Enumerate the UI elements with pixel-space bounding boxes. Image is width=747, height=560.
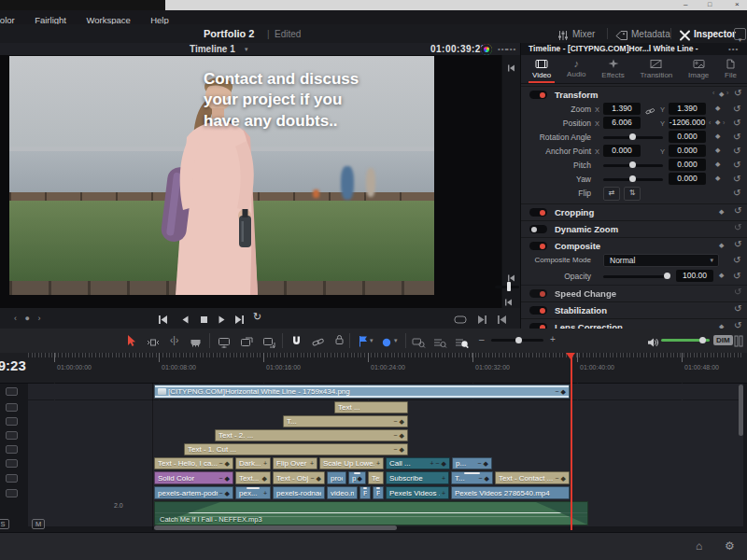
kf-icon: ◆ (561, 475, 566, 482)
kf-icon: ◆ (225, 490, 230, 497)
timeline-clip[interactable]: [CITYPNG.COM]Horizontal White Line - 175… (154, 385, 570, 399)
track-header-toggle[interactable] (6, 403, 18, 412)
track-header-toggle[interactable] (6, 459, 18, 468)
horizontal-scrollbar[interactable] (154, 525, 397, 530)
clip-label: video.mp4 (331, 489, 354, 497)
track-header-toggle[interactable] (6, 474, 18, 483)
timeline-clip[interactable]: Text...◆ (235, 471, 271, 484)
ruler-minor-ticks (28, 353, 743, 357)
playhead-handle[interactable] (566, 353, 575, 359)
clip-label: Text - Contact ... (499, 474, 554, 483)
settings-gear-icon[interactable]: ⚙ (725, 539, 735, 553)
mute-button[interactable]: M (32, 519, 45, 529)
timeline-clip[interactable]: Pexels Videos 2786540.mp4 (451, 486, 570, 499)
move-icon: + (430, 460, 433, 467)
timeline-clip[interactable]: prod...◆ (348, 471, 366, 484)
curve-icon: ~ (394, 432, 398, 439)
timeline-clip[interactable]: video.mp4 (327, 486, 358, 499)
track-header-toggle[interactable] (6, 489, 18, 497)
kf-icon: ◆ (400, 446, 404, 453)
move-icon: + (310, 460, 314, 467)
ruler-major-tick (472, 353, 473, 362)
timeline-clip[interactable]: Dark...+ (235, 457, 271, 469)
ruler-major-tick (159, 353, 160, 362)
ruler-label: 01:00:00:00 (57, 364, 92, 371)
timeline-clip[interactable]: Text - 2. ...~◆ (215, 429, 408, 441)
curve-icon: ~ (219, 460, 223, 467)
kf-icon: ◆ (400, 432, 404, 439)
clip-mark (464, 472, 480, 474)
audio-channel-label: 2.0 (114, 502, 123, 509)
curve-icon: ~ (556, 475, 559, 482)
clip-label: Text - Obj... (276, 474, 309, 483)
ruler-label: 01:00:32:00 (475, 364, 510, 371)
timeline-clip[interactable]: Text - 1. Cut ...~◆ (184, 443, 408, 455)
kf-icon: ◆ (317, 475, 321, 482)
timeline-clip[interactable]: prod... (327, 471, 346, 484)
clip-mark (247, 487, 260, 489)
timeline-timecode: 01:00:39:23 (0, 357, 37, 374)
move-icon: + (442, 490, 445, 497)
timeline-clip[interactable]: Text - Contact ...~◆ (495, 471, 570, 484)
timeline-clip[interactable]: Subscribe+ (386, 471, 449, 484)
audio-clip-label: Catch Me If I Fall - NEFFEX.mp3 (160, 515, 262, 524)
clip-mark (363, 487, 367, 489)
clip-label: Text - Hello, I ca... (158, 459, 218, 468)
kf-icon: ◆ (442, 460, 446, 467)
audio-waveform (155, 512, 587, 513)
timeline-clip[interactable]: Flip Over Low...+ (273, 457, 317, 469)
curve-icon: ~ (479, 475, 483, 482)
timeline-clip[interactable]: Text ... (334, 401, 408, 413)
davinci-resolve-window: – □ × Color Fairlight Workspace Help Por… (0, 0, 747, 560)
curve-icon: ~ (556, 388, 559, 395)
clip-label: Pexel... (376, 489, 380, 497)
clip-label: Pexels Videos 2786540.mp4 (455, 489, 566, 497)
clip-label: Subscribe (389, 474, 440, 483)
timeline-clip[interactable]: Solid Color~◆ (154, 471, 233, 484)
kf-icon: ◆ (225, 475, 230, 482)
timeline-clip[interactable]: Scale Up Lowe...+ (319, 457, 384, 469)
timeline-clip[interactable]: T...~◆ (451, 471, 493, 484)
ruler-label: 01:00:24:00 (371, 364, 405, 371)
timeline-clip[interactable]: Text - Obj...~◆ (273, 471, 325, 484)
move-icon: + (442, 475, 445, 482)
clip-label: pex... (239, 489, 261, 497)
audio-fade-out[interactable] (536, 502, 587, 525)
clip-label: Scale Up Lowe... (323, 459, 374, 468)
curve-icon: ~ (394, 418, 398, 425)
kf-icon: ◆ (400, 418, 404, 425)
timeline-clip[interactable]: Text - Hello, I ca...~◆ (154, 457, 233, 469)
vertical-scrollbar[interactable] (739, 385, 743, 436)
timeline-clip[interactable]: Pexel... (359, 486, 371, 499)
timeline-area: 01:00:39:23 01:00:00:0001:00:08:0001:00:… (0, 0, 747, 560)
clip-label: Call ... (389, 459, 428, 468)
ruler-label: 01:00:40:00 (580, 364, 614, 371)
playhead-line[interactable] (571, 353, 572, 530)
timeline-clip[interactable]: Pexel... (373, 486, 384, 499)
curve-icon: ~ (394, 446, 398, 453)
track-header-toggle[interactable] (6, 417, 18, 426)
clip-label: Text ... (338, 403, 404, 412)
timeline-clip[interactable]: T...~◆ (283, 415, 408, 427)
clip-label: [CITYPNG.COM]Horizontal White Line - 175… (168, 387, 554, 396)
kf-icon: ◆ (485, 475, 489, 482)
ruler-label: 01:00:16:00 (266, 364, 301, 371)
track-header-toggle[interactable] (6, 445, 18, 454)
clip-label: Solid Color (158, 474, 218, 483)
ruler-major-tick (263, 353, 264, 362)
track-header-toggle[interactable] (6, 431, 18, 440)
ruler-major-tick (54, 353, 55, 362)
timeline-clip[interactable]: pex...+ (235, 486, 271, 499)
timeline-clip[interactable]: p...~◆ (452, 457, 492, 469)
timeline-clip[interactable]: pexels-rodnae-pro... (273, 486, 325, 499)
clip-label: Flip Over Low... (276, 459, 308, 468)
timeline-clip[interactable]: Call ...+~◆ (386, 457, 450, 469)
home-icon[interactable]: ⌂ (696, 539, 702, 553)
track-header-toggle[interactable] (6, 387, 18, 396)
move-icon: + (263, 490, 267, 497)
solo-button[interactable]: S (0, 519, 9, 529)
timeline-clip[interactable]: pexels-artem-podr...~◆ (154, 486, 233, 499)
timeline-clip[interactable]: Text - Filters (368, 471, 384, 484)
clip-label: Text - Filters (372, 474, 380, 483)
timeline-clip[interactable]: Pexels Videos ...+ (386, 486, 449, 499)
